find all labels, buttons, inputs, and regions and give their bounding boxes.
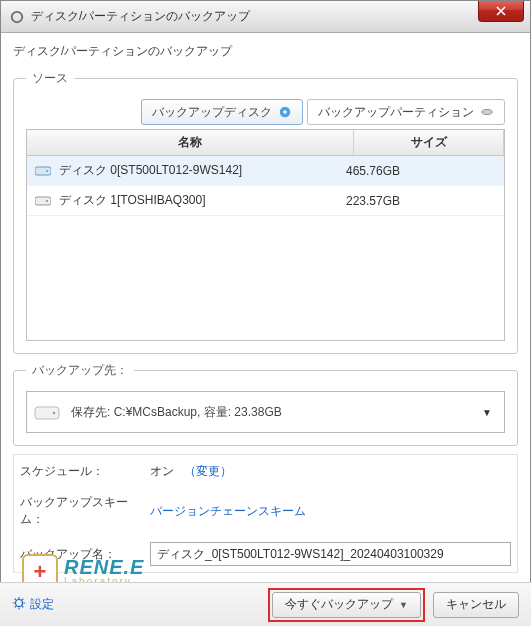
- disk-name: ディスク 1[TOSHIBAQ300]: [59, 192, 206, 209]
- tab-backup-partition-label: バックアップパーティション: [318, 104, 474, 121]
- svg-point-3: [482, 109, 493, 114]
- source-group: ソース バックアップディスク バックアップパーティション 名称 サイズ: [13, 70, 518, 354]
- tab-backup-disk-label: バックアップディスク: [152, 104, 272, 121]
- svg-point-10: [16, 600, 23, 607]
- settings-link-label: 設定: [30, 596, 54, 613]
- scheme-label: バックアップスキーム：: [20, 494, 150, 528]
- svg-point-0: [12, 11, 23, 22]
- col-header-name[interactable]: 名称: [27, 130, 354, 155]
- disk-table: 名称 サイズ ディスク 0[ST500LT012-9WS142] 465.76G…: [26, 129, 505, 341]
- table-header-row: 名称 サイズ: [27, 130, 504, 156]
- close-button[interactable]: [478, 0, 524, 22]
- col-header-size[interactable]: サイズ: [354, 130, 504, 155]
- schedule-label: スケジュール：: [20, 463, 150, 480]
- primary-highlight: 今すぐバックアップ ▼: [268, 588, 425, 622]
- schedule-change-link[interactable]: （変更）: [184, 463, 232, 480]
- scheme-value-link[interactable]: バージョンチェーンスキーム: [150, 503, 306, 520]
- gear-icon: [12, 596, 26, 613]
- hard-disk-icon: [35, 163, 51, 179]
- source-legend: ソース: [26, 70, 74, 87]
- partition-icon: [480, 105, 494, 119]
- table-row[interactable]: ディスク 1[TOSHIBAQ300] 223.57GB: [27, 186, 504, 216]
- disk-name: ディスク 0[ST500LT012-9WS142]: [59, 162, 242, 179]
- hard-disk-icon: [35, 193, 51, 209]
- disk-size: 223.57GB: [346, 194, 496, 208]
- schedule-value: オン: [150, 463, 174, 480]
- destination-legend: バックアップ先：: [26, 362, 134, 379]
- page-heading: ディスク/パーティションのバックアップ: [13, 43, 518, 60]
- chevron-down-icon: ▼: [399, 600, 408, 610]
- svg-rect-6: [35, 197, 51, 205]
- backup-name-input[interactable]: [150, 542, 511, 566]
- tab-backup-disk[interactable]: バックアップディスク: [141, 99, 303, 125]
- logo-text-main: RENE.E: [64, 557, 144, 577]
- chevron-down-icon: ▼: [476, 407, 498, 418]
- destination-group: バックアップ先： 保存先: C:¥MCsBackup, 容量: 23.38GB …: [13, 362, 518, 446]
- table-row[interactable]: ディスク 0[ST500LT012-9WS142] 465.76GB: [27, 156, 504, 186]
- drive-icon: [33, 401, 61, 423]
- svg-point-7: [46, 200, 48, 202]
- window-title: ディスク/パーティションのバックアップ: [31, 8, 250, 25]
- svg-rect-8: [35, 407, 59, 419]
- destination-selector[interactable]: 保存先: C:¥MCsBackup, 容量: 23.38GB ▼: [26, 391, 505, 433]
- backup-now-button[interactable]: 今すぐバックアップ ▼: [272, 592, 421, 618]
- source-tab-row: バックアップディスク バックアップパーティション: [26, 99, 505, 125]
- destination-text: 保存先: C:¥MCsBackup, 容量: 23.38GB: [71, 404, 476, 421]
- disk-size: 465.76GB: [346, 164, 496, 178]
- backup-now-label: 今すぐバックアップ: [285, 596, 393, 613]
- svg-point-2: [283, 110, 287, 114]
- tab-backup-partition[interactable]: バックアップパーティション: [307, 99, 505, 125]
- app-icon: [9, 9, 25, 25]
- cancel-button[interactable]: キャンセル: [433, 592, 519, 618]
- svg-point-9: [53, 412, 55, 414]
- svg-point-5: [46, 170, 48, 172]
- footer-bar: 設定 今すぐバックアップ ▼ キャンセル: [0, 582, 531, 626]
- cancel-label: キャンセル: [446, 596, 506, 613]
- settings-link[interactable]: 設定: [12, 596, 54, 613]
- svg-rect-4: [35, 167, 51, 175]
- disk-icon: [278, 105, 292, 119]
